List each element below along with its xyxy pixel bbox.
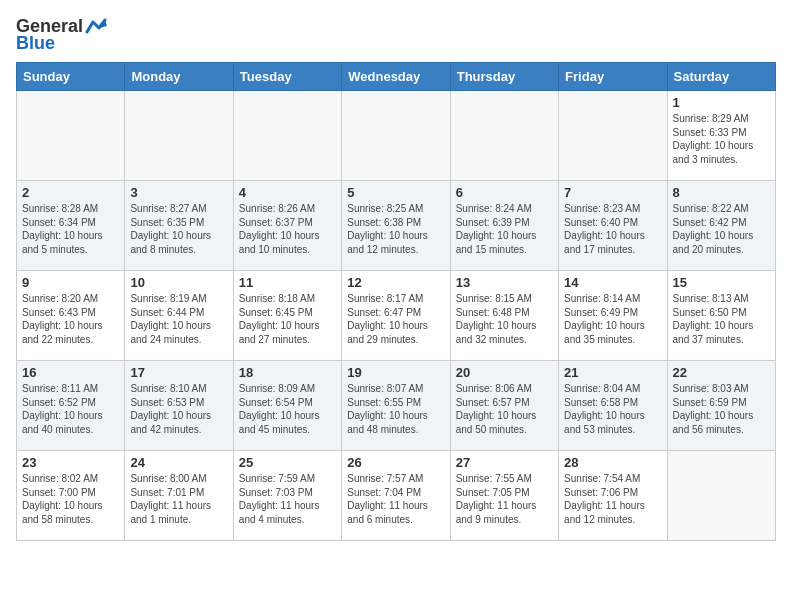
calendar-cell: 22Sunrise: 8:03 AM Sunset: 6:59 PM Dayli…: [667, 361, 775, 451]
calendar-cell: 28Sunrise: 7:54 AM Sunset: 7:06 PM Dayli…: [559, 451, 667, 541]
calendar-cell: 13Sunrise: 8:15 AM Sunset: 6:48 PM Dayli…: [450, 271, 558, 361]
day-info: Sunrise: 7:54 AM Sunset: 7:06 PM Dayligh…: [564, 472, 661, 526]
day-info: Sunrise: 8:29 AM Sunset: 6:33 PM Dayligh…: [673, 112, 770, 166]
calendar-header-row: SundayMondayTuesdayWednesdayThursdayFrid…: [17, 63, 776, 91]
day-info: Sunrise: 8:00 AM Sunset: 7:01 PM Dayligh…: [130, 472, 227, 526]
day-number: 13: [456, 275, 553, 290]
calendar-cell: 8Sunrise: 8:22 AM Sunset: 6:42 PM Daylig…: [667, 181, 775, 271]
calendar-cell: 17Sunrise: 8:10 AM Sunset: 6:53 PM Dayli…: [125, 361, 233, 451]
logo-bird-icon: [85, 18, 107, 36]
day-info: Sunrise: 7:55 AM Sunset: 7:05 PM Dayligh…: [456, 472, 553, 526]
day-number: 23: [22, 455, 119, 470]
calendar-cell: 26Sunrise: 7:57 AM Sunset: 7:04 PM Dayli…: [342, 451, 450, 541]
day-info: Sunrise: 8:24 AM Sunset: 6:39 PM Dayligh…: [456, 202, 553, 256]
day-number: 2: [22, 185, 119, 200]
day-info: Sunrise: 8:15 AM Sunset: 6:48 PM Dayligh…: [456, 292, 553, 346]
calendar-cell: 23Sunrise: 8:02 AM Sunset: 7:00 PM Dayli…: [17, 451, 125, 541]
calendar-cell: [233, 91, 341, 181]
day-number: 14: [564, 275, 661, 290]
calendar-cell: 12Sunrise: 8:17 AM Sunset: 6:47 PM Dayli…: [342, 271, 450, 361]
day-number: 17: [130, 365, 227, 380]
calendar-cell: [17, 91, 125, 181]
day-info: Sunrise: 8:17 AM Sunset: 6:47 PM Dayligh…: [347, 292, 444, 346]
day-number: 6: [456, 185, 553, 200]
day-info: Sunrise: 8:25 AM Sunset: 6:38 PM Dayligh…: [347, 202, 444, 256]
col-header-friday: Friday: [559, 63, 667, 91]
day-number: 4: [239, 185, 336, 200]
day-info: Sunrise: 8:09 AM Sunset: 6:54 PM Dayligh…: [239, 382, 336, 436]
day-number: 28: [564, 455, 661, 470]
col-header-saturday: Saturday: [667, 63, 775, 91]
day-info: Sunrise: 8:02 AM Sunset: 7:00 PM Dayligh…: [22, 472, 119, 526]
calendar-cell: [667, 451, 775, 541]
calendar-week-row: 1Sunrise: 8:29 AM Sunset: 6:33 PM Daylig…: [17, 91, 776, 181]
day-info: Sunrise: 8:26 AM Sunset: 6:37 PM Dayligh…: [239, 202, 336, 256]
day-number: 5: [347, 185, 444, 200]
calendar-cell: 18Sunrise: 8:09 AM Sunset: 6:54 PM Dayli…: [233, 361, 341, 451]
calendar-cell: 21Sunrise: 8:04 AM Sunset: 6:58 PM Dayli…: [559, 361, 667, 451]
calendar-cell: 24Sunrise: 8:00 AM Sunset: 7:01 PM Dayli…: [125, 451, 233, 541]
calendar-cell: 9Sunrise: 8:20 AM Sunset: 6:43 PM Daylig…: [17, 271, 125, 361]
calendar-cell: 2Sunrise: 8:28 AM Sunset: 6:34 PM Daylig…: [17, 181, 125, 271]
day-info: Sunrise: 8:28 AM Sunset: 6:34 PM Dayligh…: [22, 202, 119, 256]
calendar-cell: 1Sunrise: 8:29 AM Sunset: 6:33 PM Daylig…: [667, 91, 775, 181]
day-info: Sunrise: 8:20 AM Sunset: 6:43 PM Dayligh…: [22, 292, 119, 346]
day-number: 1: [673, 95, 770, 110]
day-number: 8: [673, 185, 770, 200]
calendar-week-row: 23Sunrise: 8:02 AM Sunset: 7:00 PM Dayli…: [17, 451, 776, 541]
day-number: 20: [456, 365, 553, 380]
day-number: 10: [130, 275, 227, 290]
day-info: Sunrise: 8:23 AM Sunset: 6:40 PM Dayligh…: [564, 202, 661, 256]
day-info: Sunrise: 7:57 AM Sunset: 7:04 PM Dayligh…: [347, 472, 444, 526]
calendar-week-row: 9Sunrise: 8:20 AM Sunset: 6:43 PM Daylig…: [17, 271, 776, 361]
logo-blue-text: Blue: [16, 33, 55, 54]
day-number: 24: [130, 455, 227, 470]
day-info: Sunrise: 8:03 AM Sunset: 6:59 PM Dayligh…: [673, 382, 770, 436]
day-info: Sunrise: 8:19 AM Sunset: 6:44 PM Dayligh…: [130, 292, 227, 346]
day-info: Sunrise: 8:04 AM Sunset: 6:58 PM Dayligh…: [564, 382, 661, 436]
day-number: 26: [347, 455, 444, 470]
day-info: Sunrise: 8:11 AM Sunset: 6:52 PM Dayligh…: [22, 382, 119, 436]
col-header-sunday: Sunday: [17, 63, 125, 91]
calendar-cell: [125, 91, 233, 181]
day-number: 12: [347, 275, 444, 290]
col-header-monday: Monday: [125, 63, 233, 91]
calendar-cell: 15Sunrise: 8:13 AM Sunset: 6:50 PM Dayli…: [667, 271, 775, 361]
calendar-cell: 3Sunrise: 8:27 AM Sunset: 6:35 PM Daylig…: [125, 181, 233, 271]
col-header-thursday: Thursday: [450, 63, 558, 91]
calendar-cell: [559, 91, 667, 181]
day-number: 21: [564, 365, 661, 380]
day-info: Sunrise: 8:07 AM Sunset: 6:55 PM Dayligh…: [347, 382, 444, 436]
calendar-week-row: 16Sunrise: 8:11 AM Sunset: 6:52 PM Dayli…: [17, 361, 776, 451]
calendar-cell: 4Sunrise: 8:26 AM Sunset: 6:37 PM Daylig…: [233, 181, 341, 271]
day-number: 18: [239, 365, 336, 380]
calendar-cell: 16Sunrise: 8:11 AM Sunset: 6:52 PM Dayli…: [17, 361, 125, 451]
col-header-tuesday: Tuesday: [233, 63, 341, 91]
day-info: Sunrise: 8:13 AM Sunset: 6:50 PM Dayligh…: [673, 292, 770, 346]
day-info: Sunrise: 8:18 AM Sunset: 6:45 PM Dayligh…: [239, 292, 336, 346]
calendar-cell: 11Sunrise: 8:18 AM Sunset: 6:45 PM Dayli…: [233, 271, 341, 361]
day-number: 22: [673, 365, 770, 380]
day-number: 9: [22, 275, 119, 290]
calendar-cell: 7Sunrise: 8:23 AM Sunset: 6:40 PM Daylig…: [559, 181, 667, 271]
calendar-cell: 10Sunrise: 8:19 AM Sunset: 6:44 PM Dayli…: [125, 271, 233, 361]
day-number: 16: [22, 365, 119, 380]
day-info: Sunrise: 8:22 AM Sunset: 6:42 PM Dayligh…: [673, 202, 770, 256]
day-number: 19: [347, 365, 444, 380]
day-number: 15: [673, 275, 770, 290]
calendar-cell: 19Sunrise: 8:07 AM Sunset: 6:55 PM Dayli…: [342, 361, 450, 451]
calendar-cell: 6Sunrise: 8:24 AM Sunset: 6:39 PM Daylig…: [450, 181, 558, 271]
day-info: Sunrise: 8:14 AM Sunset: 6:49 PM Dayligh…: [564, 292, 661, 346]
calendar-cell: [450, 91, 558, 181]
calendar-week-row: 2Sunrise: 8:28 AM Sunset: 6:34 PM Daylig…: [17, 181, 776, 271]
day-info: Sunrise: 7:59 AM Sunset: 7:03 PM Dayligh…: [239, 472, 336, 526]
day-info: Sunrise: 8:06 AM Sunset: 6:57 PM Dayligh…: [456, 382, 553, 436]
day-number: 7: [564, 185, 661, 200]
logo: General Blue: [16, 16, 107, 54]
calendar-table: SundayMondayTuesdayWednesdayThursdayFrid…: [16, 62, 776, 541]
calendar-cell: 20Sunrise: 8:06 AM Sunset: 6:57 PM Dayli…: [450, 361, 558, 451]
calendar-cell: 5Sunrise: 8:25 AM Sunset: 6:38 PM Daylig…: [342, 181, 450, 271]
calendar-cell: [342, 91, 450, 181]
day-info: Sunrise: 8:10 AM Sunset: 6:53 PM Dayligh…: [130, 382, 227, 436]
day-number: 11: [239, 275, 336, 290]
